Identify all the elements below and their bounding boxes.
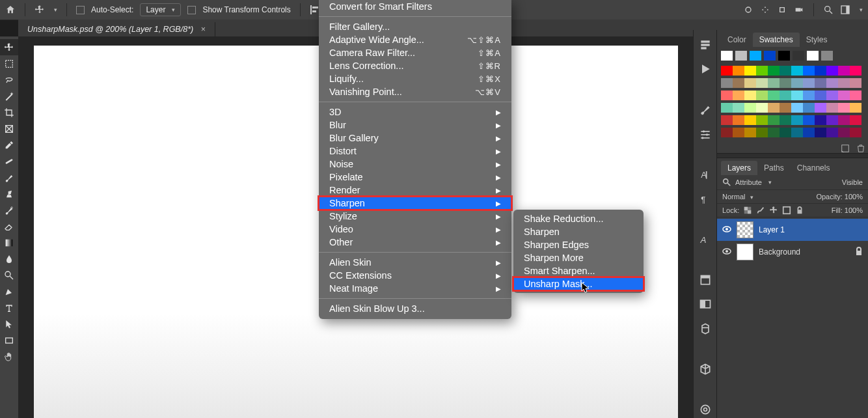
- swatch[interactable]: [780, 66, 791, 76]
- brushes-panel-icon[interactable]: [696, 102, 714, 118]
- layer-filter-visible[interactable]: Visible: [842, 178, 863, 186]
- menu-item[interactable]: Convert for Smart Filters: [319, 0, 511, 13]
- move-tool-icon[interactable]: [34, 5, 45, 15]
- submenu-item[interactable]: Sharpen Edges: [513, 238, 644, 251]
- swatch[interactable]: [756, 115, 768, 125]
- dodge-tool[interactable]: [0, 267, 18, 283]
- brush-settings-panel-icon[interactable]: [696, 126, 714, 142]
- submenu-item[interactable]: Sharpen: [513, 225, 644, 238]
- swatch[interactable]: [768, 66, 780, 76]
- swatch[interactable]: [756, 103, 768, 113]
- swatch[interactable]: [791, 103, 803, 113]
- swatch[interactable]: [803, 115, 815, 125]
- swatch[interactable]: [721, 51, 733, 61]
- swatch[interactable]: [850, 103, 861, 113]
- swatch[interactable]: [791, 115, 803, 125]
- lock-all-icon[interactable]: [795, 206, 804, 215]
- swatch[interactable]: [733, 115, 744, 125]
- 3d-panel-icon[interactable]: [696, 361, 714, 377]
- swatch[interactable]: [826, 91, 838, 100]
- tab-swatches[interactable]: Swatches: [753, 33, 800, 47]
- submenu-item[interactable]: Shake Reduction...: [513, 212, 644, 225]
- sharpen-submenu[interactable]: Shake Reduction...SharpenSharpen EdgesSh…: [513, 210, 644, 293]
- swatch[interactable]: [744, 115, 756, 125]
- swatch[interactable]: [826, 128, 838, 137]
- glyphs-panel-icon[interactable]: A: [696, 231, 714, 247]
- swatch[interactable]: [778, 51, 790, 61]
- cc-libraries-icon[interactable]: [696, 402, 714, 418]
- rectangle-tool[interactable]: [0, 332, 18, 348]
- swatch[interactable]: [744, 103, 756, 113]
- layer-row[interactable]: Background: [717, 241, 868, 263]
- menu-item[interactable]: Other▶: [319, 236, 511, 249]
- swatch[interactable]: [768, 91, 780, 100]
- magic-wand-tool[interactable]: [0, 88, 18, 104]
- swatch[interactable]: [733, 66, 744, 76]
- swatch[interactable]: [803, 91, 815, 100]
- swatch[interactable]: [850, 115, 861, 125]
- swatch[interactable]: [838, 128, 850, 137]
- layer-thumbnail[interactable]: [737, 244, 753, 260]
- frame-tool[interactable]: [0, 120, 18, 137]
- swatch[interactable]: [768, 78, 780, 88]
- menu-item[interactable]: Blur▶: [319, 118, 511, 132]
- swatch[interactable]: [838, 103, 850, 113]
- pen-tool[interactable]: [0, 283, 18, 300]
- hand-tool[interactable]: [0, 348, 18, 365]
- auto-select-target[interactable]: Layer ▾: [140, 3, 181, 16]
- swatch[interactable]: [780, 91, 791, 100]
- home-icon[interactable]: [5, 5, 16, 15]
- layer-row[interactable]: Layer 1: [717, 219, 868, 241]
- swatch[interactable]: [721, 78, 733, 88]
- swatch[interactable]: [838, 115, 850, 125]
- libraries-panel-icon[interactable]: [696, 320, 714, 337]
- menu-item[interactable]: Lens Correction...⇧⌘R: [319, 59, 511, 72]
- fill-value[interactable]: 100%: [845, 206, 863, 214]
- swatch[interactable]: [803, 128, 815, 137]
- tab-color[interactable]: Color: [721, 33, 753, 47]
- swatch[interactable]: [826, 103, 838, 113]
- menu-item[interactable]: Video▶: [319, 223, 511, 236]
- swatch[interactable]: [826, 66, 838, 76]
- menu-item[interactable]: Alien Skin▶: [319, 256, 511, 269]
- swatch[interactable]: [826, 115, 838, 125]
- search-icon[interactable]: [823, 5, 834, 15]
- history-brush-tool[interactable]: [0, 202, 18, 218]
- lock-image-icon[interactable]: [756, 206, 765, 215]
- menu-item[interactable]: CC Extensions▶: [319, 269, 511, 282]
- submenu-item[interactable]: Smart Sharpen...: [513, 264, 644, 277]
- layer-filter-icon[interactable]: [722, 178, 731, 187]
- gradient-tool[interactable]: [0, 234, 18, 251]
- swatch[interactable]: [721, 128, 733, 137]
- filter-menu[interactable]: Convert for Smart FiltersFilter Gallery.…: [319, 0, 511, 319]
- swatch[interactable]: [838, 78, 850, 88]
- layer-visibility-icon[interactable]: [722, 225, 731, 234]
- menu-item[interactable]: Stylize▶: [319, 210, 511, 223]
- swatch[interactable]: [756, 91, 768, 100]
- menu-item[interactable]: Vanishing Point...⌥⌘V: [319, 85, 511, 98]
- close-tab-icon[interactable]: ×: [201, 25, 206, 34]
- swatch[interactable]: [803, 78, 815, 88]
- menu-item[interactable]: Noise▶: [319, 158, 511, 171]
- actions-panel-icon[interactable]: [696, 61, 714, 77]
- lasso-tool[interactable]: [0, 72, 18, 88]
- workspace-icon[interactable]: [840, 5, 850, 15]
- healing-brush-tool[interactable]: [0, 153, 18, 169]
- swatch[interactable]: [768, 128, 780, 137]
- workspace-caret[interactable]: ▾: [860, 7, 863, 13]
- swatch[interactable]: [838, 66, 850, 76]
- blur-tool[interactable]: [0, 251, 18, 267]
- tool-dropdown-caret[interactable]: ▾: [54, 7, 57, 13]
- swatch[interactable]: [815, 128, 826, 137]
- swatch[interactable]: [744, 66, 756, 76]
- swatch[interactable]: [744, 128, 756, 137]
- swatch[interactable]: [815, 66, 826, 76]
- brush-tool[interactable]: [0, 169, 18, 186]
- menu-item[interactable]: Camera Raw Filter...⇧⌘A: [319, 46, 511, 59]
- menu-item[interactable]: Neat Image▶: [319, 282, 511, 295]
- swatch[interactable]: [791, 128, 803, 137]
- swatch[interactable]: [791, 91, 803, 100]
- swatch[interactable]: [721, 91, 733, 100]
- type-tool[interactable]: [0, 300, 18, 316]
- adjustments-panel-icon[interactable]: [696, 296, 714, 313]
